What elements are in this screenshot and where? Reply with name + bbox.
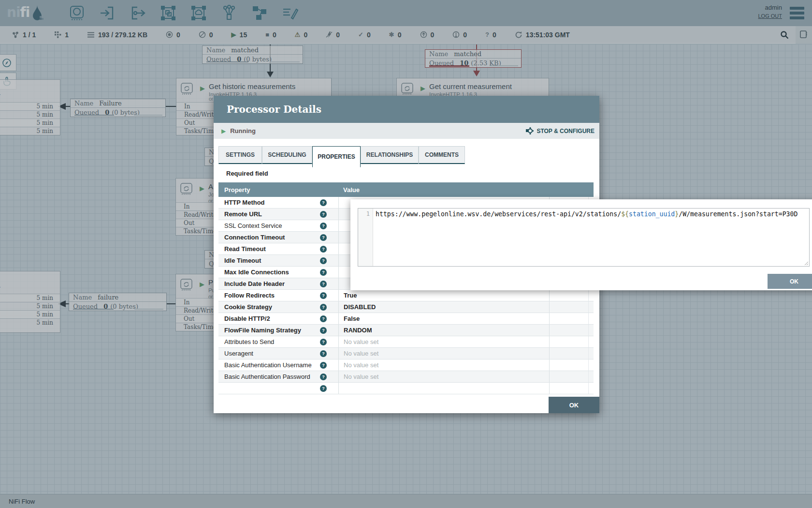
help-icon[interactable]: ?	[320, 374, 327, 380]
property-name: Basic Authentication Username	[224, 361, 312, 369]
property-name: Idle Timeout	[224, 257, 261, 264]
required-field-note: Required field	[226, 170, 268, 177]
running-state-icon: ▶	[221, 128, 226, 134]
property-name: Useragent	[224, 350, 253, 357]
tab-settings[interactable]: SETTINGS	[218, 146, 262, 164]
property-name: Remote URL	[224, 210, 262, 218]
help-icon[interactable]: ?	[320, 199, 327, 206]
property-name: SSL Context Service	[224, 222, 282, 229]
help-icon[interactable]: ?	[320, 211, 327, 218]
property-value: No value set	[344, 373, 378, 380]
help-icon[interactable]: ?	[320, 246, 327, 253]
property-value: DISABLED	[344, 303, 376, 311]
value-text: https://www.pegelonline.wsv.de/webservic…	[373, 209, 798, 266]
property-row[interactable]: Disable HTTP/2?False	[218, 313, 594, 325]
help-icon[interactable]: ?	[320, 234, 327, 241]
expression-variable: station_uuid	[629, 210, 675, 218]
value-textarea[interactable]: 1 https://www.pegelonline.wsv.de/webserv…	[358, 208, 810, 267]
property-name: Cookie Strategy	[224, 303, 272, 311]
line-number: 1	[358, 209, 373, 266]
property-value: No value set	[344, 350, 378, 357]
property-name: Read Timeout	[224, 245, 266, 253]
dialog-tabs: SETTINGS SCHEDULING PROPERTIES RELATIONS…	[218, 146, 465, 167]
help-icon[interactable]: ?	[320, 362, 327, 369]
help-icon[interactable]: ?	[320, 257, 327, 264]
expression-open: ${	[621, 210, 629, 218]
properties-table-header: Property Value	[218, 182, 594, 197]
property-row[interactable]: Follow Redirects?True	[218, 290, 594, 301]
property-row[interactable]: Cookie Strategy?DISABLED	[218, 301, 594, 313]
stop-and-configure-button[interactable]: STOP & CONFIGURE	[525, 127, 594, 135]
property-value: No value set	[344, 361, 378, 369]
property-row[interactable]: Useragent?No value set	[218, 348, 594, 359]
property-value: RANDOM	[344, 327, 372, 334]
property-name: FlowFile Naming Strategy	[224, 327, 301, 334]
dialog-status-strip: ▶ Running STOP & CONFIGURE	[214, 123, 599, 139]
editor-ok-button[interactable]: OK	[768, 274, 812, 289]
stop-configure-icon	[525, 127, 534, 135]
property-name: Attributes to Send	[224, 338, 274, 345]
property-row[interactable]: Basic Authentication Password?No value s…	[218, 371, 594, 383]
help-icon[interactable]: ?	[320, 223, 327, 229]
property-value: No value set	[344, 338, 378, 345]
running-state-label: Running	[230, 127, 256, 134]
help-icon[interactable]: ?	[320, 339, 327, 345]
property-name: Max Idle Connections	[224, 269, 289, 276]
tab-scheduling[interactable]: SCHEDULING	[262, 146, 312, 164]
help-icon[interactable]: ?	[320, 350, 327, 357]
value-column-header: Value	[338, 186, 549, 194]
help-icon[interactable]: ?	[320, 304, 327, 311]
property-name: Basic Authentication Password	[224, 373, 310, 380]
dialog-ok-button[interactable]: OK	[549, 397, 599, 413]
property-column-header: Property	[218, 186, 338, 194]
property-row[interactable]: Attributes to Send?No value set	[218, 336, 594, 348]
tab-properties[interactable]: PROPERTIES	[312, 146, 361, 167]
help-icon[interactable]: ?	[320, 385, 327, 392]
help-icon[interactable]: ?	[320, 315, 327, 322]
help-icon[interactable]: ?	[320, 292, 327, 299]
property-name: HTTP Method	[224, 199, 265, 206]
tab-comments[interactable]: COMMENTS	[419, 146, 465, 164]
property-name: Follow Redirects	[224, 292, 275, 299]
help-icon[interactable]: ?	[320, 281, 327, 287]
property-row[interactable]: ?	[218, 383, 594, 394]
tab-relationships[interactable]: RELATIONSHIPS	[361, 146, 419, 164]
help-icon[interactable]: ?	[320, 327, 327, 334]
resize-handle-icon[interactable]	[804, 261, 809, 266]
property-name: Include Date Header	[224, 280, 285, 287]
nifi-app: r 5 min 5 min 5 min 5 min r 5 min 5 min …	[0, 0, 812, 508]
property-value: False	[344, 315, 360, 322]
property-row[interactable]: Basic Authentication Username?No value s…	[218, 359, 594, 371]
dialog-title: Processor Details	[214, 96, 599, 123]
property-name: Disable HTTP/2	[224, 315, 270, 322]
property-value-editor: 1 https://www.pegelonline.wsv.de/webserv…	[350, 199, 812, 290]
property-name: Connection Timeout	[224, 234, 285, 241]
help-icon[interactable]: ?	[320, 269, 327, 276]
property-row[interactable]: FlowFile Naming Strategy?RANDOM	[218, 325, 594, 336]
property-value: True	[344, 292, 357, 299]
